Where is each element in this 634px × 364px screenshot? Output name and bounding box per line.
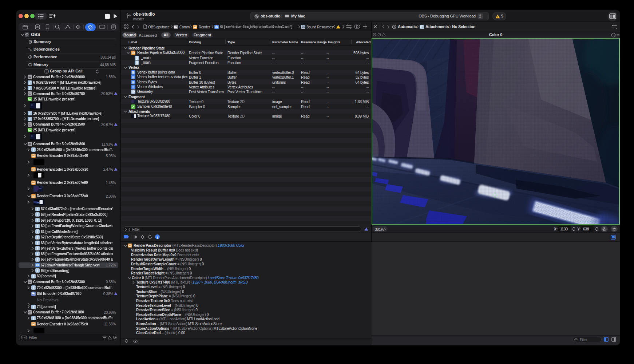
svg-text:{}: {}	[136, 61, 138, 64]
svg-text:C: C	[45, 70, 47, 72]
svg-text:{}: {}	[136, 56, 138, 60]
